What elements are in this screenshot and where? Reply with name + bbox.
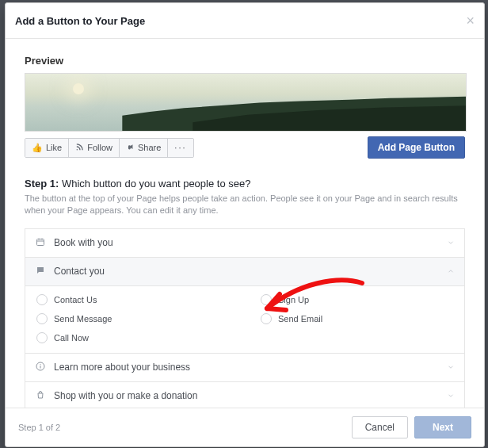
share-button[interactable]: Share [120,139,168,157]
option-sign-up-label: Sign Up [278,295,309,304]
svg-point-0 [77,149,78,150]
option-send-email[interactable]: Send Email [261,313,453,324]
category-book-with-you[interactable]: Book with you [25,229,464,258]
preview-heading: Preview [25,55,465,67]
category-contact-options: Contact Us Sign Up Send Message Send Ema… [25,286,464,354]
share-icon [126,143,135,153]
follow-label: Follow [87,143,112,152]
step-description: The button at the top of your Page helps… [25,193,465,217]
like-label: Like [46,143,62,152]
info-icon [35,362,46,373]
chat-icon [35,266,46,278]
cover-photo-preview [25,73,467,132]
category-contact-you[interactable]: Contact you [25,258,464,286]
chevron-down-icon [447,239,455,247]
option-send-message[interactable]: Send Message [36,313,229,324]
option-contact-us[interactable]: Contact Us [36,294,229,305]
category-shop-donate[interactable]: Shop with you or make a donation [25,382,464,408]
step-question: Which button do you want people to see? [59,178,250,190]
ellipsis-icon: ··· [174,143,186,152]
add-button-dialog: Add a Button to Your Page × Preview 👍 Li… [5,2,485,447]
option-call-now[interactable]: Call Now [36,332,229,343]
option-send-message-label: Send Message [54,314,112,324]
chevron-down-icon [447,392,455,400]
option-call-now-label: Call Now [54,333,89,343]
share-label: Share [138,143,161,152]
step-title: Step 1: Which button do you want people … [25,178,465,190]
calendar-icon [35,237,46,249]
next-button[interactable]: Next [414,416,471,438]
radio-icon [36,294,48,305]
category-learn-label: Learn more about your business [54,362,190,373]
radio-icon [36,313,48,324]
dialog-body: Preview 👍 Like Follow [6,39,484,408]
dialog-footer: Step 1 of 2 Cancel Next [6,408,484,446]
dialog-title: Add a Button to Your Page [15,15,145,27]
bag-icon [35,390,46,402]
footer-buttons: Cancel Next [352,416,471,438]
add-page-button[interactable]: Add Page Button [368,136,465,159]
more-button[interactable]: ··· [168,139,193,157]
radio-icon [261,294,272,305]
dialog-header: Add a Button to Your Page × [6,3,484,39]
cancel-button[interactable]: Cancel [352,416,408,438]
step-prefix: Step 1: [25,178,59,190]
rss-icon [75,143,84,153]
category-learn-more[interactable]: Learn more about your business [25,354,464,382]
page-action-group: 👍 Like Follow Share [25,138,194,158]
svg-point-7 [40,364,40,365]
follow-button[interactable]: Follow [69,139,120,157]
thumbs-up-icon: 👍 [32,144,43,152]
option-send-email-label: Send Email [278,314,322,324]
cover-sun [73,83,84,94]
category-contact-label: Contact you [54,266,105,277]
svg-rect-1 [37,239,44,245]
like-button[interactable]: 👍 Like [25,139,69,157]
option-contact-us-label: Contact Us [54,295,97,304]
category-book-label: Book with you [54,237,113,248]
button-category-accordion: Book with you Contact you Contact Us Sig… [25,228,465,408]
close-icon[interactable]: × [466,13,475,28]
radio-icon [261,313,272,324]
option-sign-up[interactable]: Sign Up [261,294,453,305]
radio-icon [36,332,48,343]
page-actions-bar: 👍 Like Follow Share [25,136,465,159]
category-shop-label: Shop with you or make a donation [54,390,197,401]
chevron-up-icon [447,267,455,275]
step-indicator: Step 1 of 2 [18,423,60,432]
chevron-down-icon [447,363,455,371]
